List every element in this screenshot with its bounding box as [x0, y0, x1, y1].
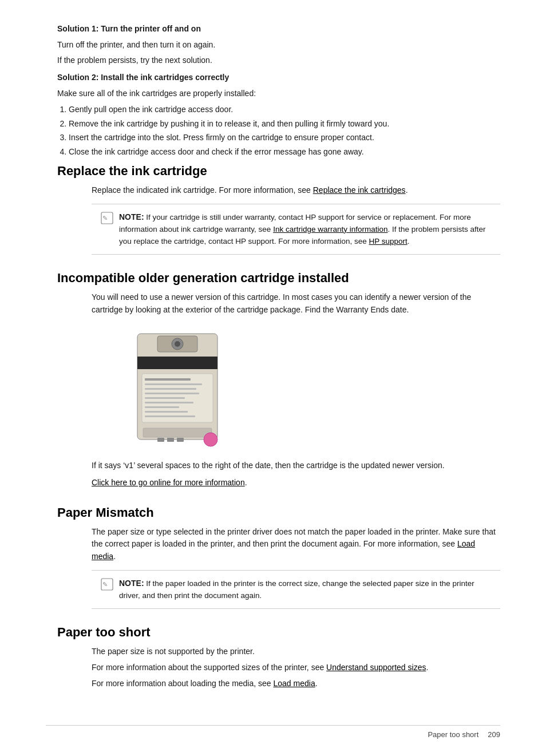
replace-ink-body-text: Replace the indicated ink cartridge. For…	[92, 185, 313, 195]
paper-too-short-line2-text: For more information about the supported…	[92, 663, 326, 672]
svg-rect-6	[137, 357, 217, 369]
paper-too-short-line3-end: .	[315, 679, 318, 688]
solution2-step4: Close the ink cartridge access door and …	[69, 145, 500, 158]
svg-rect-14	[145, 406, 179, 408]
paper-mismatch-note-label: NOTE:	[119, 579, 144, 588]
svg-rect-16	[145, 415, 195, 417]
paper-too-short-line2-end: .	[426, 663, 428, 672]
solution1-line2: If the problem persists, try the next so…	[57, 54, 500, 67]
solution2-step3: Insert the cartridge into the slot. Pres…	[69, 131, 500, 144]
note-icon-2: ✎	[101, 578, 113, 591]
paper-mismatch-title: Paper Mismatch	[57, 505, 500, 520]
replace-ink-note-text: NOTE: If your cartridge is still under w…	[119, 211, 491, 248]
incompatible-online-link[interactable]: Click here to go online for more informa…	[92, 478, 245, 487]
svg-rect-11	[145, 393, 199, 394]
paper-mismatch-section: Paper Mismatch The paper size or type se…	[57, 505, 500, 609]
svg-rect-12	[145, 397, 185, 399]
replace-ink-section: Replace the ink cartridge Replace the in…	[57, 164, 500, 255]
svg-rect-21	[177, 438, 184, 442]
paper-too-short-body: The paper size is not supported by the p…	[92, 646, 500, 690]
paper-mismatch-note: ✎ NOTE: If the paper loaded in the print…	[92, 570, 500, 609]
load-media-link[interactable]: Load media	[274, 679, 315, 688]
incompatible-body-block: You will need to use a newer version of …	[92, 291, 500, 489]
svg-point-5	[175, 341, 180, 347]
incompatible-after-image: If it says ‘v1’ several spaces to the ri…	[92, 460, 500, 472]
ink-warranty-link[interactable]: Ink cartridge warranty information	[273, 225, 387, 233]
page-content: Solution 1: Turn the printer off and on …	[0, 0, 546, 740]
page-footer: Paper too short 209	[46, 725, 500, 739]
footer-label: Paper too short	[428, 730, 478, 739]
svg-rect-19	[157, 438, 164, 442]
paper-too-short-section: Paper too short The paper size is not su…	[57, 625, 500, 690]
replace-ink-note: ✎ NOTE: If your cartridge is still under…	[92, 204, 500, 255]
replace-ink-note-text3: .	[407, 237, 410, 246]
paper-too-short-title: Paper too short	[57, 625, 500, 640]
solution1-block: Solution 1: Turn the printer off and on …	[57, 23, 500, 158]
solution2-step1: Gently pull open the ink cartridge acces…	[69, 103, 500, 116]
incompatible-title: Incompatible older generation cartridge …	[57, 271, 500, 286]
paper-mismatch-note-text: NOTE: If the paper loaded in the printer…	[119, 577, 491, 602]
incompatible-link-period: .	[245, 478, 247, 487]
svg-rect-17	[143, 428, 212, 437]
understand-sizes-link[interactable]: Understand supported sizes	[326, 663, 426, 672]
paper-too-short-line1: The paper size is not supported by the p…	[92, 646, 500, 658]
replace-ink-title: Replace the ink cartridge	[57, 164, 500, 179]
solution2-title: Solution 2: Install the ink cartridges c…	[57, 72, 500, 84]
replace-ink-body: Replace the indicated ink cartridge. For…	[92, 184, 500, 197]
svg-rect-9	[145, 383, 202, 385]
incompatible-section: Incompatible older generation cartridge …	[57, 271, 500, 489]
svg-point-18	[204, 433, 217, 446]
paper-mismatch-body-text: The paper size or type selected in the p…	[92, 527, 496, 549]
solution1-line1: Turn off the printer, and then turn it o…	[57, 39, 500, 52]
replace-ink-link[interactable]: Replace the ink cartridges	[313, 185, 406, 195]
svg-rect-8	[145, 378, 191, 381]
replace-ink-body-block: Replace the indicated ink cartridge. For…	[92, 184, 500, 255]
svg-text:✎: ✎	[102, 215, 108, 221]
solution1-title: Solution 1: Turn the printer off and on	[57, 23, 500, 35]
replace-ink-note-label: NOTE:	[119, 212, 144, 221]
svg-text:✎: ✎	[102, 581, 108, 588]
cartridge-image	[126, 328, 229, 448]
note-icon: ✎	[101, 212, 113, 224]
paper-mismatch-body: The paper size or type selected in the p…	[92, 526, 500, 563]
incompatible-body: You will need to use a newer version of …	[92, 291, 500, 316]
footer-page-number: 209	[488, 730, 500, 739]
solution2-steps: Gently pull open the ink cartridge acces…	[69, 103, 500, 158]
paper-mismatch-body-block: The paper size or type selected in the p…	[92, 526, 500, 609]
svg-rect-15	[145, 411, 188, 413]
solution2-intro: Make sure all of the ink cartridges are …	[57, 88, 500, 100]
paper-too-short-line3-text: For more information about loading the m…	[92, 679, 274, 688]
paper-too-short-line2: For more information about the supported…	[92, 662, 500, 674]
hp-support-link[interactable]: HP support	[369, 237, 407, 246]
svg-rect-20	[167, 438, 174, 442]
svg-rect-10	[145, 388, 196, 390]
solution2-step2: Remove the ink cartridge by pushing it i…	[69, 117, 500, 130]
paper-too-short-line3: For more information about loading the m…	[92, 678, 500, 690]
svg-rect-13	[145, 402, 193, 403]
paper-mismatch-note-body: If the paper loaded in the printer is th…	[119, 579, 474, 600]
